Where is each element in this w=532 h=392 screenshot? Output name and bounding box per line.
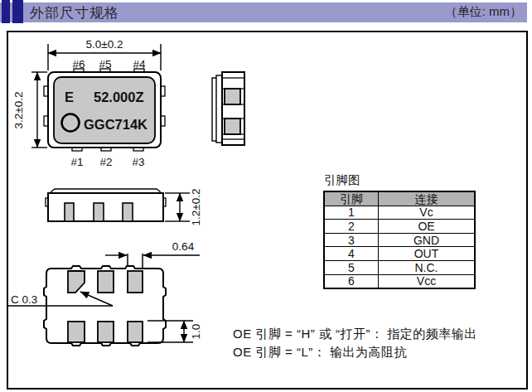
pin-table-row: 4 OUT bbox=[324, 247, 475, 261]
pin-label-4: #4 bbox=[133, 58, 146, 70]
pin-cell: 6 bbox=[324, 274, 379, 288]
pin-label-1: #1 bbox=[70, 156, 83, 168]
connection-cell: GND bbox=[379, 233, 476, 247]
dimension-thickness bbox=[165, 193, 190, 221]
connection-cell: OE bbox=[379, 220, 476, 234]
oe-note-line-2: OE 引脚 = “L”： 输出为高阻抗 bbox=[233, 343, 477, 361]
package-bottom-view bbox=[44, 254, 166, 346]
pin-label-3: #3 bbox=[132, 156, 144, 168]
package-lid bbox=[54, 77, 155, 143]
pin-cell: 4 bbox=[324, 247, 379, 261]
connection-column-header: 连接 bbox=[379, 191, 476, 206]
connection-cell: Vcc bbox=[379, 274, 476, 288]
package-end-view bbox=[212, 72, 244, 145]
pin-label-5: #5 bbox=[99, 58, 111, 70]
pin-cell: 3 bbox=[324, 233, 379, 247]
chamfer-label-text: C 0.3 bbox=[11, 293, 37, 306]
dimension-pad-width-text: 0.64 bbox=[172, 240, 195, 253]
marking-code: GGC714K bbox=[84, 117, 148, 132]
marking-frequency: 52.000Z bbox=[94, 90, 144, 104]
pin-table-header-row: 引脚 连接 bbox=[324, 191, 475, 206]
pin-assignment-section: 引脚图 引脚 连接 1 Vc 2 OE 3 GND 4 OUT bbox=[323, 172, 476, 289]
connection-cell: Vc bbox=[379, 206, 476, 220]
package-side-view bbox=[46, 189, 166, 221]
dimension-height-text: 3.2±0.2 bbox=[12, 92, 25, 129]
pin-cell: 1 bbox=[324, 206, 379, 220]
datasheet-page: 外部尺寸规格 （单位: mm） bbox=[0, 0, 532, 392]
pin-table-row: 1 Vc bbox=[324, 206, 475, 220]
marking-grade: E bbox=[65, 90, 74, 104]
pin-column-header: 引脚 bbox=[324, 191, 379, 206]
dimension-thickness-text: 1.2±0.2 bbox=[190, 189, 202, 226]
pin-table-row: 5 N.C. bbox=[324, 260, 475, 274]
connection-cell: OUT bbox=[379, 247, 476, 261]
oe-function-notes: OE 引脚 = “H” 或 “打开”： 指定的频率输出 OE 引脚 = “L”：… bbox=[233, 325, 477, 361]
pin-cell: 5 bbox=[324, 260, 379, 274]
pin-cell: 2 bbox=[324, 220, 379, 234]
pin-table-title: 引脚图 bbox=[324, 172, 476, 188]
pin-table: 引脚 连接 1 Vc 2 OE 3 GND 4 OUT 5 N.C. bbox=[323, 191, 476, 289]
package-top-view: E 52.000Z GGC714K #6 #5 #4 #1 #2 #3 bbox=[44, 58, 165, 168]
dimension-width-text: 5.0±0.2 bbox=[86, 38, 123, 51]
pin-label-6: #6 bbox=[72, 58, 85, 70]
pin-table-row: 2 OE bbox=[324, 220, 475, 234]
connection-cell: N.C. bbox=[379, 260, 476, 274]
pin-table-row: 6 Vcc bbox=[324, 274, 475, 288]
pin-table-row: 3 GND bbox=[324, 233, 475, 247]
dimension-pad-length-text: 1.0 bbox=[190, 324, 202, 340]
dimension-height bbox=[31, 72, 47, 148]
oe-note-line-1: OE 引脚 = “H” 或 “打开”： 指定的频率输出 bbox=[233, 325, 477, 343]
pin-label-2: #2 bbox=[99, 156, 112, 168]
